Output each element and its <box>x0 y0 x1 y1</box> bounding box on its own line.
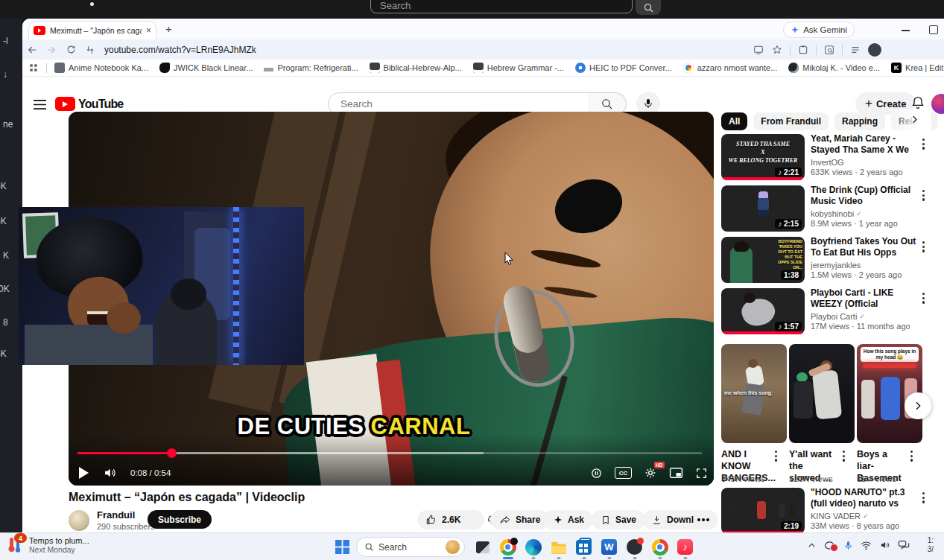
notifications-bell-icon[interactable] <box>910 95 925 110</box>
extensions-icon[interactable] <box>797 44 809 56</box>
chip-from-channel[interactable]: From Franduil <box>753 112 829 130</box>
kebab-menu-icon[interactable] <box>921 188 926 203</box>
captions-button[interactable]: CC <box>615 467 632 479</box>
taskbar-store-icon[interactable] <box>574 537 594 557</box>
settings-button[interactable]: HD <box>644 466 657 480</box>
related-video[interactable]: BOYFRIENDTAKES YOUOUT TO EATBUT THEOPPS … <box>721 237 944 283</box>
kebab-menu-icon[interactable] <box>921 240 926 254</box>
tray-recording-icon[interactable] <box>824 541 836 550</box>
bookmark-item[interactable]: Biblical-Hebrew-Alp... <box>370 63 462 73</box>
background-app-dot <box>90 2 94 6</box>
played-bar <box>77 452 171 454</box>
related-video[interactable]: STAYED THA SAMEXWE BELONG TOGETHER ♪ 2:2… <box>721 134 944 180</box>
related-video[interactable]: ♪ 1:57 Playboi Carti - LIKE WEEZY (Offic… <box>721 288 944 334</box>
ask-gemini-button[interactable]: Ask Gemini <box>783 22 855 38</box>
forward-button[interactable] <box>42 44 61 56</box>
kebab-menu-icon[interactable] <box>775 451 777 462</box>
youtube-logo[interactable]: YouTube <box>55 97 123 111</box>
short-video[interactable] <box>789 344 855 443</box>
browser-profile-avatar[interactable] <box>868 43 881 57</box>
volume-button[interactable] <box>102 466 117 480</box>
bookmark-item[interactable]: JWICK Black Linear... <box>159 63 253 73</box>
url-bar[interactable]: youtube.com/watch?v=LRnE9AJhMZk <box>104 45 256 55</box>
chip-rapping[interactable]: Rapping <box>834 112 885 130</box>
channel-avatar[interactable] <box>69 510 89 531</box>
tab-close-icon[interactable]: × <box>146 25 151 36</box>
duration-badge: ♪ 1:57 <box>775 322 802 331</box>
like-button[interactable]: 2.6K <box>417 510 469 529</box>
video-thumbnail: ♪ 1:57 <box>721 288 805 334</box>
share-button[interactable]: Share <box>490 510 549 529</box>
bookmark-favicon <box>788 63 799 73</box>
tray-volume-icon[interactable] <box>879 540 890 550</box>
taskbar-apple-music-icon[interactable]: ♪ <box>675 537 695 557</box>
maximize-button[interactable] <box>929 25 938 34</box>
related-video[interactable]: ♪ 2:15 The Drink (Cup) Official Music Vi… <box>721 185 944 232</box>
apps-grid-icon[interactable] <box>28 63 39 73</box>
taskbar-file-explorer-icon[interactable] <box>548 537 568 557</box>
bookmark-star-icon[interactable] <box>771 44 783 56</box>
short-video[interactable]: me when this song: <box>721 344 787 443</box>
minimize-button[interactable] <box>902 25 910 31</box>
fullscreen-button[interactable] <box>695 467 708 480</box>
background-app-search-input[interactable]: Search <box>370 0 633 13</box>
save-button[interactable]: Save <box>592 510 645 529</box>
account-avatar[interactable] <box>931 94 944 114</box>
new-tab-button[interactable]: + <box>165 22 172 35</box>
kebab-menu-icon[interactable] <box>921 291 926 305</box>
kebab-menu-icon[interactable] <box>843 451 845 462</box>
progress-bar[interactable] <box>77 452 702 454</box>
youtube-search-input[interactable] <box>339 98 577 110</box>
kebab-menu-icon[interactable] <box>910 451 913 462</box>
tray-microphone-icon[interactable] <box>843 540 853 551</box>
chip-all[interactable]: All <box>721 112 747 130</box>
progress-knob[interactable] <box>167 448 177 458</box>
taskbar-chrome-profile2-icon[interactable] <box>650 537 670 557</box>
channel-name[interactable]: Franduil <box>97 509 135 521</box>
taskbar-edge-icon[interactable] <box>523 537 543 557</box>
bookmark-item[interactable]: Program: Refrigerati... <box>264 63 358 72</box>
related-video[interactable]: 2:19 "HOOD NARUTO" pt.3 (full video) nar… <box>721 488 944 532</box>
tray-wifi-icon[interactable] <box>861 541 872 550</box>
back-button[interactable] <box>22 44 42 56</box>
bookmark-item[interactable]: Mikolaj K. - Video e... <box>788 63 880 73</box>
more-actions-button[interactable] <box>694 510 713 529</box>
play-button[interactable] <box>79 467 89 479</box>
side-search-icon[interactable] <box>823 44 835 56</box>
bookmark-item[interactable]: Anime Notebook Ka... <box>54 63 148 73</box>
reading-list-icon[interactable] <box>849 44 861 56</box>
taskbar-word-icon[interactable]: W <box>599 537 619 557</box>
bookmarks-list: Anime Notebook Ka... JWICK Black Linear.… <box>54 63 944 73</box>
save-to-device-icon[interactable] <box>753 44 764 56</box>
youtube-favicon <box>34 26 45 35</box>
background-app-search-button[interactable] <box>636 0 661 15</box>
reaction-overlay-window[interactable] <box>19 207 304 365</box>
site-info-icon[interactable] <box>80 45 100 55</box>
reload-button[interactable] <box>61 44 80 55</box>
taskbar-search[interactable]: Search <box>356 537 465 557</box>
bookmark-item[interactable]: KKrea | Edit <box>891 63 943 73</box>
subscribe-button[interactable]: Subscribe <box>148 510 212 529</box>
ask-button[interactable]: Ask <box>544 510 593 529</box>
kebab-menu-icon[interactable] <box>921 137 926 151</box>
miniplayer-button[interactable] <box>669 467 683 479</box>
browser-tab[interactable]: Meximutt – "Japón es cagada" × <box>28 21 156 39</box>
menu-hamburger-icon[interactable] <box>33 99 47 110</box>
shorts-next-button[interactable] <box>905 392 931 419</box>
bookmark-item[interactable]: HEIC to PDF Conver... <box>575 63 672 73</box>
bookmark-item[interactable]: azzaro nmost wante... <box>683 63 778 73</box>
player-controls-left: 0:08 / 0:54 <box>79 466 171 480</box>
kebab-menu-icon[interactable] <box>921 491 926 505</box>
tray-chat-icon[interactable] <box>898 540 910 550</box>
start-button[interactable] <box>332 537 352 557</box>
autoplay-toggle[interactable] <box>590 467 603 480</box>
taskbar-clock[interactable]: 1: 3/ <box>917 536 934 554</box>
chips-next-icon[interactable] <box>909 114 920 125</box>
taskbar-recorder-app-icon[interactable] <box>624 537 644 557</box>
bookmark-item[interactable]: Hebrew Grammar -... <box>473 63 564 73</box>
bg-fragment: 5K <box>0 216 7 226</box>
taskbar-task-view-icon[interactable] <box>472 537 492 557</box>
weather-widget[interactable]: 4 Temps to plum... Next Monday <box>6 535 89 555</box>
taskbar-chrome-icon[interactable] <box>498 537 518 557</box>
tray-expand-icon[interactable] <box>807 541 817 550</box>
